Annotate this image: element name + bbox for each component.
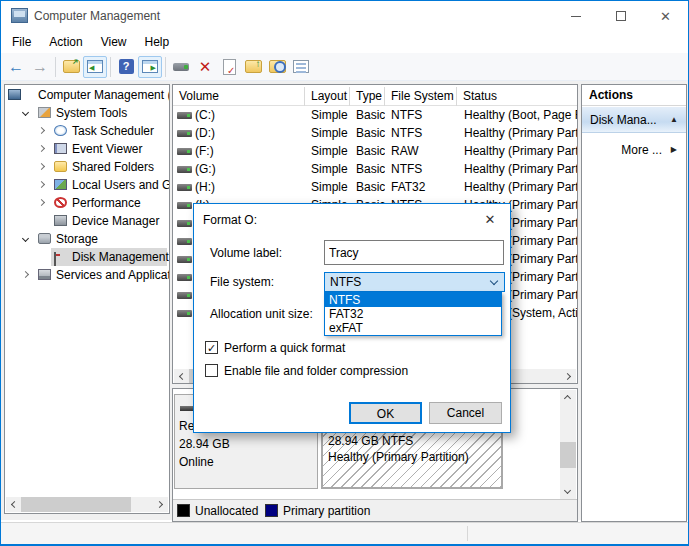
show-action-pane-button[interactable]: ▶ [138, 56, 162, 78]
list-properties-icon [293, 60, 309, 73]
forward-button[interactable]: → [28, 56, 52, 78]
scroll-left-button[interactable] [174, 369, 189, 384]
cell-layout: Simple [305, 124, 350, 142]
cell-file-system: FAT32 [385, 178, 457, 196]
cell-volume: (C:) [173, 106, 305, 124]
volume-row[interactable]: (F:) Simple Basic RAW Healthy (Primary P… [173, 142, 577, 160]
check-document-button[interactable] [217, 56, 241, 78]
minimize-button[interactable] [553, 1, 598, 31]
tree-item-label: System Tools [56, 104, 127, 122]
collapse-arrow-icon[interactable]: ▲ [670, 107, 678, 133]
tree-item-task-scheduler[interactable]: Task Scheduler [5, 122, 169, 140]
column-header-type[interactable]: Type [350, 87, 385, 106]
ok-button[interactable]: OK [349, 402, 422, 424]
up-folder-button[interactable] [59, 56, 83, 78]
scroll-up-button[interactable] [560, 390, 575, 405]
tree-item-label: Shared Folders [72, 158, 154, 176]
volume-row[interactable]: (C:) Simple Basic NTFS Healthy (Boot, Pa… [173, 106, 577, 124]
tool-button[interactable] [169, 56, 193, 78]
cell-status: Healthy (Primary Part [457, 160, 577, 178]
tree-item-local-users[interactable]: Local Users and Gro [5, 176, 169, 194]
volume-label-input[interactable] [324, 240, 504, 265]
cell-file-system: NTFS [385, 106, 457, 124]
chevron-expanded-icon[interactable] [22, 109, 29, 116]
volume-row[interactable]: (G:) Simple Basic NTFS Healthy (Primary … [173, 160, 577, 178]
tree-item-storage[interactable]: Storage [5, 230, 169, 248]
scroll-down-button[interactable] [560, 484, 575, 499]
menu-help[interactable]: Help [136, 32, 179, 52]
menu-view[interactable]: View [92, 32, 136, 52]
tree-item-system-tools[interactable]: System Tools [5, 104, 169, 122]
checkbox-checked-icon[interactable]: ✓ [205, 341, 218, 354]
menu-file[interactable]: File [3, 32, 40, 52]
tree-item-services[interactable]: Services and Applicatio [5, 266, 169, 284]
chevron-collapsed-icon[interactable] [38, 181, 45, 188]
dialog-close-button[interactable]: ✕ [476, 208, 504, 230]
tree-item-performance[interactable]: Performance [5, 194, 169, 212]
scroll-right-button[interactable] [561, 369, 576, 384]
scrollbar-thumb[interactable] [560, 442, 576, 468]
scrollbar-thumb[interactable] [21, 497, 131, 512]
users-icon [54, 179, 67, 190]
tree-item-label: Computer Management (L [38, 86, 169, 104]
scroll-left-button[interactable] [6, 497, 21, 512]
chevron-collapsed-icon[interactable] [38, 199, 45, 206]
help-button[interactable]: ? [114, 56, 138, 78]
chevron-collapsed-icon[interactable] [22, 271, 29, 278]
performance-icon [54, 197, 67, 208]
status-bar-divider [467, 526, 468, 541]
minimize-icon [571, 16, 581, 17]
graphic-vertical-scrollbar[interactable] [560, 390, 576, 499]
chevron-collapsed-icon[interactable] [38, 127, 45, 134]
unallocated-swatch [177, 504, 190, 517]
dropdown-option-fat32[interactable]: FAT32 [325, 307, 501, 321]
tree-item-device-manager[interactable]: Device Manager [5, 212, 169, 230]
chevron-expanded-icon[interactable] [22, 235, 29, 242]
folder-search-button[interactable] [265, 56, 289, 78]
show-console-tree-button[interactable]: ◀ [83, 56, 107, 78]
toolbar-separator [165, 57, 166, 77]
chevron-collapsed-icon[interactable] [38, 163, 45, 170]
event-log-icon [54, 143, 67, 154]
cell-status: Healthy (Primary Part [457, 124, 577, 142]
shared-folder-icon [54, 161, 67, 172]
tree-horizontal-scrollbar[interactable] [6, 497, 168, 512]
tree-item-label: Local Users and Gro [72, 176, 169, 194]
menu-action[interactable]: Action [40, 32, 91, 52]
dropdown-option-exfat[interactable]: exFAT [325, 321, 501, 335]
column-header-volume[interactable]: Volume [173, 87, 305, 106]
back-button[interactable]: ← [4, 56, 28, 78]
delete-button[interactable]: ✕ [193, 56, 217, 78]
export-folder-icon [245, 60, 262, 73]
cell-status: Healthy (Primary Part [457, 142, 577, 160]
cancel-button[interactable]: Cancel [429, 402, 502, 424]
tree-item-disk-management[interactable]: Disk Management [5, 248, 169, 266]
volume-row[interactable]: (H:) Simple Basic FAT32 Healthy (Primary… [173, 178, 577, 196]
close-button[interactable]: ✕ [643, 1, 688, 31]
tree-item-event-viewer[interactable]: Event Viewer [5, 140, 169, 158]
checkbox-unchecked-icon[interactable] [205, 364, 218, 377]
cell-layout: Simple [305, 160, 350, 178]
action-disk-management[interactable]: Disk Mana... ▲ [582, 107, 686, 133]
console-tree-pane: Computer Management (L System Tools Task… [4, 84, 170, 514]
action-more[interactable]: More ... ▶ [582, 140, 686, 160]
dropdown-option-ntfs[interactable]: NTFS [325, 293, 501, 307]
export-folder-button[interactable] [241, 56, 265, 78]
column-header-file-system[interactable]: File System [385, 87, 457, 106]
scroll-right-button[interactable] [153, 497, 168, 512]
list-properties-button[interactable] [289, 56, 313, 78]
tree-item-computer-management[interactable]: Computer Management (L [5, 86, 169, 104]
computer-app-icon [11, 8, 28, 23]
tree-item-shared-folders[interactable]: Shared Folders [5, 158, 169, 176]
volume-row[interactable]: (D:) Simple Basic NTFS Healthy (Primary … [173, 124, 577, 142]
file-system-combobox[interactable]: NTFS [324, 272, 505, 292]
tree-item-label: Disk Management [72, 248, 169, 266]
column-header-layout[interactable]: Layout [305, 87, 350, 106]
chevron-collapsed-icon[interactable] [38, 145, 45, 152]
maximize-button[interactable] [598, 1, 643, 31]
tree-item-label: Event Viewer [72, 140, 142, 158]
cell-type: Basic [350, 142, 385, 160]
column-header-status[interactable]: Status [457, 87, 577, 106]
cell-status: Healthy (Boot, Page F [457, 106, 577, 124]
cell-type: Basic [350, 160, 385, 178]
